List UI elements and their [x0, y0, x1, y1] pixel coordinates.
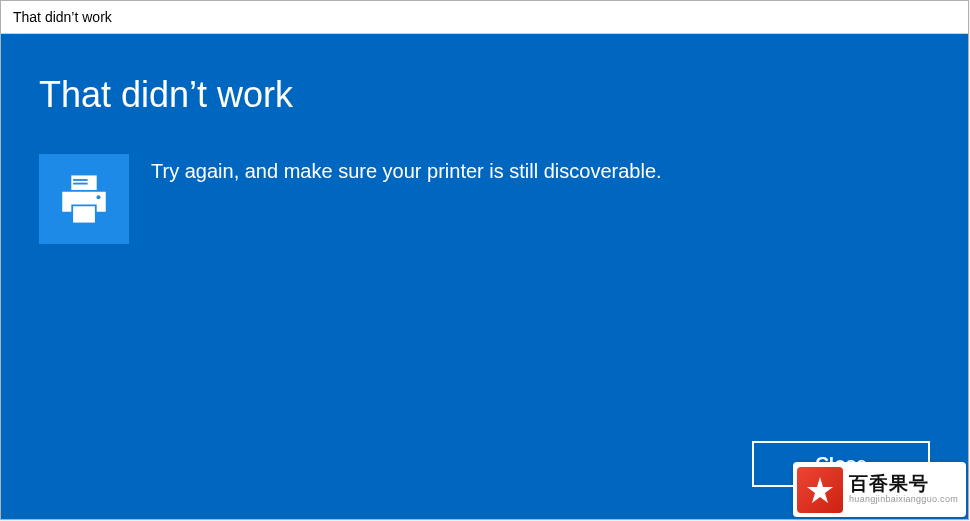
svg-rect-2 — [73, 183, 88, 185]
dialog-heading: That didn’t work — [39, 74, 930, 116]
dialog-message: Try again, and make sure your printer is… — [151, 154, 662, 183]
svg-marker-5 — [807, 477, 833, 503]
svg-rect-4 — [73, 206, 95, 222]
watermark-icon — [797, 467, 843, 513]
watermark-main: 百香果号 — [849, 474, 958, 495]
dialog-body: Try again, and make sure your printer is… — [39, 154, 930, 244]
watermark-sub: huangjinbaixiangguo.com — [849, 495, 958, 505]
printer-icon — [39, 154, 129, 244]
svg-point-3 — [97, 195, 101, 199]
watermark-text: 百香果号 huangjinbaixiangguo.com — [849, 474, 958, 505]
svg-rect-1 — [73, 179, 88, 181]
window-title: That didn’t work — [13, 9, 112, 25]
watermark: 百香果号 huangjinbaixiangguo.com — [793, 462, 966, 517]
titlebar[interactable]: That didn’t work — [1, 1, 968, 34]
printer-icon-svg — [55, 170, 113, 228]
dialog-content: That didn’t work Try again, and make sur… — [1, 34, 968, 519]
dialog-window: That didn’t work That didn’t work Try ag… — [0, 0, 969, 520]
